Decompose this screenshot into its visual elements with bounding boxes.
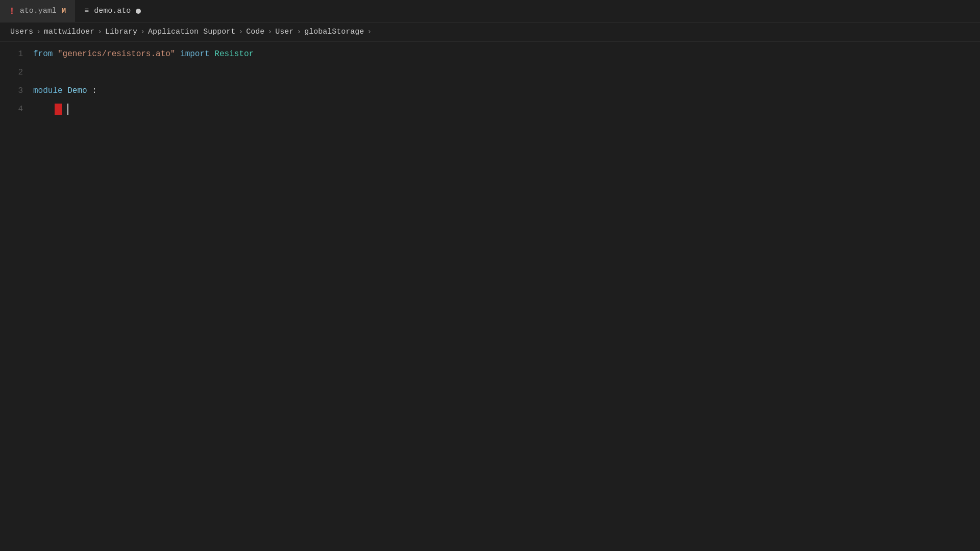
token-colon: : [92, 86, 97, 95]
breadcrumb-sep-6: › [297, 28, 301, 36]
lines-icon: ≡ [84, 7, 89, 15]
breadcrumb-sep-7: › [367, 28, 372, 36]
breadcrumb-sep-3: › [140, 28, 145, 36]
breadcrumb-code[interactable]: Code [246, 28, 264, 36]
token-import: import [180, 49, 210, 59]
cursor-caret [67, 104, 68, 115]
tab-label-demo-ato: demo.ato [94, 7, 131, 15]
main-content: Users › mattwildoer › Library › Applicat… [0, 22, 980, 551]
code-line-4: 4 [0, 100, 980, 118]
tab-ato-yaml[interactable]: ! ato.yaml M [0, 0, 75, 22]
tab-demo-ato[interactable]: ≡ demo.ato [75, 0, 150, 22]
tab-label-ato-yaml: ato.yaml [20, 7, 57, 15]
code-line-1: 1 from "generics/resistors.ato" import R… [0, 45, 980, 63]
line-content-4 [33, 104, 68, 115]
breadcrumb-globalstorage[interactable]: globalStorage [304, 28, 364, 36]
breadcrumb-sep-5: › [267, 28, 272, 36]
breadcrumb-sep-2: › [97, 28, 102, 36]
code-line-2: 2 [0, 63, 980, 82]
breadcrumb-user[interactable]: User [275, 28, 293, 36]
breadcrumb-sep-4: › [238, 28, 243, 36]
token-module: module [33, 86, 63, 95]
text-cursor [55, 104, 62, 115]
line-number-2: 2 [5, 68, 33, 77]
line-number-1: 1 [5, 49, 33, 59]
token-demo: Demo [67, 86, 87, 95]
token-resistor: Resistor [214, 49, 254, 59]
breadcrumb-application-support[interactable]: Application Support [148, 28, 235, 36]
breadcrumb-mattwildoer[interactable]: mattwildoer [44, 28, 94, 36]
modified-indicator: M [62, 7, 66, 15]
token-from: from [33, 49, 53, 59]
token-string-path: "generics/resistors.ato" [58, 49, 175, 59]
line-number-3: 3 [5, 86, 33, 95]
code-editor[interactable]: 1 from "generics/resistors.ato" import R… [0, 42, 980, 551]
breadcrumb: Users › mattwildoer › Library › Applicat… [0, 22, 980, 42]
unsaved-dot [136, 9, 141, 14]
line-content-3: module Demo : [33, 86, 97, 95]
breadcrumb-sep-1: › [36, 28, 41, 36]
line-content-1: from "generics/resistors.ato" import Res… [33, 49, 254, 59]
error-icon: ! [9, 6, 15, 16]
breadcrumb-library[interactable]: Library [105, 28, 137, 36]
tab-bar: ! ato.yaml M ≡ demo.ato [0, 0, 980, 22]
line-number-4: 4 [5, 105, 33, 114]
code-line-3: 3 module Demo : [0, 82, 980, 100]
breadcrumb-users[interactable]: Users [10, 28, 33, 36]
